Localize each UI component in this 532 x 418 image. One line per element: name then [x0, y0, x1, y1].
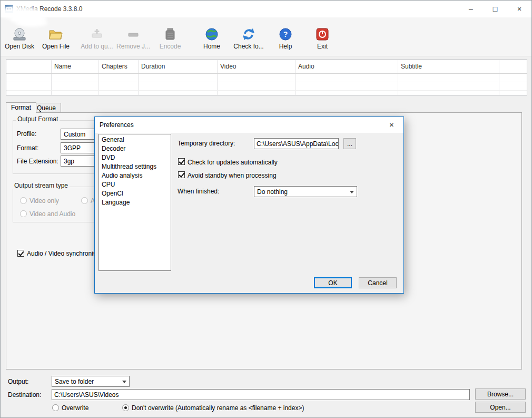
home-globe-icon [204, 27, 219, 42]
profile-label: Profile: [17, 130, 36, 138]
home-button[interactable]: Home [193, 27, 230, 54]
toolbar-label: Help [279, 43, 292, 50]
open-button[interactable]: Open... [475, 402, 526, 413]
output-mode-value: Save to folder [55, 378, 94, 385]
avoid-standby-label: Avoid standby when processing [188, 172, 277, 179]
temp-directory-browse-button[interactable]: ... [343, 138, 356, 149]
category-item[interactable]: General [99, 135, 171, 144]
row-divider [6, 82, 527, 82]
dont-overwrite-label: Don't overwrite (Automatically rename as… [132, 404, 304, 412]
output-label: Output: [8, 378, 28, 385]
column-header-name[interactable]: Name [51, 60, 98, 73]
open-disk-button[interactable]: Open Disk [1, 27, 38, 54]
category-item[interactable]: DVD [99, 153, 171, 162]
open-file-icon [48, 27, 63, 42]
window-title: XMedia Recode 3.3.8.0 [16, 5, 82, 13]
exit-power-icon [316, 27, 329, 42]
overwrite-radio[interactable] [52, 404, 59, 411]
format-label: Format: [17, 144, 38, 152]
add-to-queue-icon [90, 27, 104, 42]
stream-type-group-label: Output stream type [13, 182, 70, 189]
preferences-dialog: Preferences × General Decoder DVD Multit… [94, 116, 404, 294]
encode-button: Encode [152, 27, 189, 54]
when-finished-combo[interactable]: Do nothing [254, 186, 357, 197]
toolbar-label: Open Disk [5, 43, 34, 50]
open-file-button[interactable]: Open File [37, 27, 74, 54]
category-item[interactable]: OpenCl [99, 189, 171, 198]
toolbar-label: Home [203, 43, 220, 50]
app-window: XMedia Recode 3.3.8.0 – □ × Open Disk Op… [0, 0, 532, 418]
maximize-button[interactable]: □ [483, 1, 507, 17]
video-only-label: Video only [29, 197, 59, 205]
category-item[interactable]: Audio analysis [99, 171, 171, 180]
encode-icon [164, 27, 176, 42]
exit-button[interactable]: Exit [304, 27, 341, 54]
help-button[interactable]: ? Help [267, 27, 304, 54]
help-icon: ? [278, 27, 293, 42]
column-header-duration[interactable]: Duration [138, 60, 217, 73]
open-disk-icon [13, 27, 26, 42]
av-sync-checkbox[interactable] [17, 250, 24, 257]
close-button[interactable]: × [507, 1, 531, 17]
refresh-icon [241, 27, 256, 42]
dialog-title-bar: Preferences × [95, 117, 403, 133]
minimize-button[interactable]: – [459, 1, 483, 17]
category-item[interactable]: Multithread settings [99, 162, 171, 171]
toolbar-label: Check fo... [233, 43, 263, 50]
check-updates-checkbox[interactable] [178, 158, 185, 165]
column-header-subtitle[interactable]: Subtitle [398, 60, 499, 73]
toolbar-label: Remove J... [116, 43, 150, 50]
overwrite-label: Overwrite [62, 404, 88, 412]
toolbar-label: Encode [160, 43, 181, 50]
dont-overwrite-radio[interactable] [122, 404, 129, 411]
category-item[interactable]: CPU [99, 180, 171, 189]
remove-job-button: Remove J... [115, 27, 152, 54]
app-icon [5, 5, 13, 13]
toolbar-label: Open File [42, 43, 70, 50]
audio-radio [81, 197, 88, 204]
header-divider [6, 73, 527, 74]
format-value: 3GPP [64, 144, 81, 152]
category-item[interactable]: Decoder [99, 144, 171, 153]
column-header-video[interactable]: Video [217, 60, 295, 73]
temp-directory-label: Temporary directory: [178, 140, 235, 147]
chevron-down-icon [350, 191, 354, 193]
row-divider [6, 90, 527, 91]
toolbar-label: Add to qu... [81, 43, 113, 50]
remove-job-icon [126, 27, 140, 42]
column-header-audio[interactable]: Audio [295, 60, 398, 73]
svg-text:?: ? [283, 30, 288, 38]
preferences-category-list[interactable]: General Decoder DVD Multithread settings… [98, 134, 171, 271]
add-to-queue-button: Add to qu... [78, 27, 115, 54]
toolbar: Open Disk Open File Add to qu... Remove … [1, 17, 531, 56]
when-finished-value: Do nothing [257, 188, 288, 196]
toolbar-label: Exit [317, 43, 328, 50]
column-header-chapters[interactable]: Chapters [98, 60, 138, 73]
dialog-close-button[interactable]: × [380, 117, 403, 132]
destination-label: Destination: [8, 391, 41, 398]
browse-button[interactable]: Browse... [475, 388, 526, 400]
temp-directory-input[interactable]: C:\Users\ASUS\AppData\Local\Ter [254, 138, 339, 149]
check-updates-label: Check for updates automatically [188, 159, 278, 166]
output-mode-combo[interactable]: Save to folder [52, 376, 130, 387]
file-list-table: Name Chapters Duration Video Audio Subti… [6, 60, 527, 95]
title-bar: XMedia Recode 3.3.8.0 – □ × [1, 1, 531, 17]
column-header-blank [6, 60, 51, 73]
when-finished-label: When finished: [178, 188, 219, 195]
cancel-button[interactable]: Cancel [359, 277, 397, 288]
tab-format[interactable]: Format [6, 102, 36, 113]
video-only-radio [20, 197, 27, 204]
video-and-audio-label: Video and Audio [29, 210, 75, 218]
dialog-title: Preferences [100, 121, 134, 129]
category-item[interactable]: Language [99, 198, 171, 207]
profile-value: Custom [64, 131, 85, 138]
avoid-standby-checkbox[interactable] [178, 171, 185, 178]
file-extension-label: File Extension: [17, 158, 58, 165]
chevron-down-icon [122, 381, 126, 383]
ok-button[interactable]: OK [314, 277, 352, 288]
output-format-group-label: Output Format [16, 115, 60, 123]
check-for-updates-button[interactable]: Check fo... [230, 27, 267, 54]
file-extension-value: 3gp [64, 158, 74, 165]
destination-input[interactable]: C:\Users\ASUS\Videos [52, 389, 470, 400]
video-and-audio-radio [20, 210, 27, 217]
